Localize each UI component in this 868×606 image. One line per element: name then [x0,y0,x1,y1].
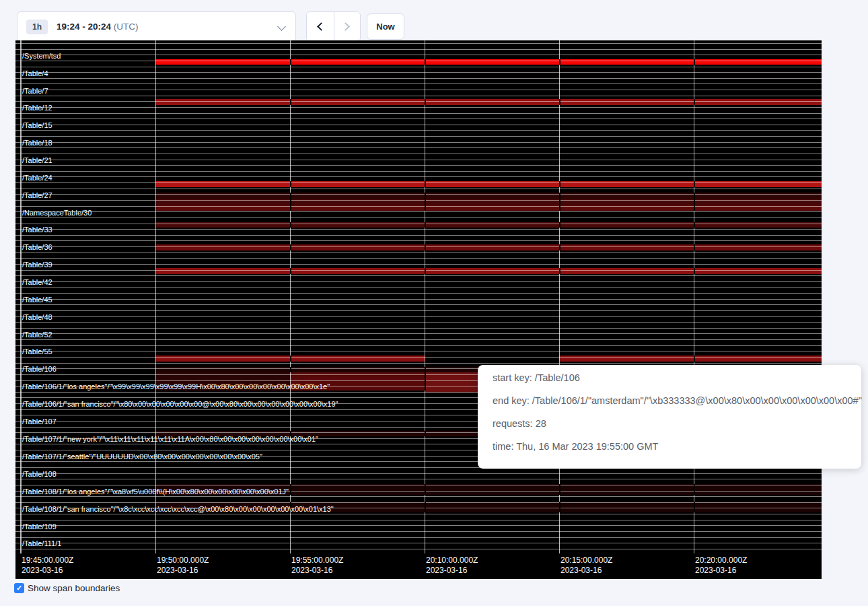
bucket-boundary-notch [694,268,695,274]
next-range-button[interactable] [334,12,361,41]
span-boundary-line [15,107,822,108]
bucket-boundary-notch [425,199,426,205]
time-nav-group [306,11,361,42]
span-boundary-line [15,171,822,172]
row-label: /Table/33 [22,226,52,234]
span-boundary-line [15,310,822,311]
bucket-boundary-notch [559,484,560,495]
bucket-boundary-notch [290,367,291,372]
x-tick-label: 20:15:00.000Z2023-03-16 [560,556,612,576]
span-boundary-line [15,67,822,67]
bucket-boundary-notch [425,431,426,436]
span-boundary-line [15,235,822,236]
time-gridline [559,40,560,553]
span-boundary-line [15,43,822,44]
bucket-boundary-notch [290,222,291,228]
bucket-boundary-notch [290,484,291,495]
bucket-boundary-notch [425,222,426,228]
span-boundary-line [15,142,822,143]
bucket-boundary-notch [425,268,426,274]
bucket-boundary-notch [290,268,291,274]
row-label: /Table/107/1/"new york"/"\x11\x11\x11\x1… [22,435,318,444]
now-button[interactable]: Now [367,13,404,40]
span-boundary-line [15,217,822,218]
span-boundary-line [15,189,822,189]
span-boundary-line [15,154,822,154]
heatmap-band [155,268,822,274]
span-boundary-line [15,194,822,195]
row-label: /Table/42 [22,278,52,287]
bucket-boundary-notch [694,199,695,205]
span-boundary-line [15,322,822,323]
chevron-down-icon [277,22,286,31]
row-label: /Table/18 [22,139,52,147]
span-boundary-line [15,176,822,177]
span-boundary-line [15,537,822,538]
span-boundary-line [15,299,822,300]
span-boundary-line [15,275,822,276]
row-label: /Table/106 [22,365,57,374]
show-span-boundaries-control[interactable]: ✓ Show span boundaries [14,583,120,593]
bucket-boundary-notch [425,372,426,391]
duration-badge: 1h [26,20,48,34]
span-boundary-line [15,531,822,532]
bucket-boundary-notch [559,205,560,211]
span-boundary-line [15,130,822,131]
row-label: /Table/7 [22,87,48,96]
span-boundary-line [15,200,822,201]
bucket-boundary-notch [559,502,560,512]
bucket-boundary-notch [694,484,695,495]
x-tick-label: 20:20:00.000Z2023-03-16 [695,556,747,576]
show-span-boundaries-checkbox[interactable]: ✓ [14,583,24,593]
span-boundary-line [15,496,822,497]
row-label: /Table/21 [22,156,52,165]
span-boundary-line [15,258,822,259]
row-label: /Table/108 [22,470,57,479]
row-label: /Table/45 [22,296,52,304]
time-range-selector[interactable]: 1h 19:24 - 20:24 (UTC) [17,11,296,42]
span-boundary-line [15,270,822,271]
time-gridline [155,40,156,553]
span-boundary-line [15,147,822,148]
prev-range-button[interactable] [307,12,334,41]
span-boundary-line [15,339,822,340]
span-boundary-line [15,211,822,212]
bucket-boundary-notch [425,484,426,495]
span-boundary-line [15,543,822,543]
row-label: /Table/12 [22,104,52,112]
heatmap-band [155,244,822,250]
key-visualizer-heatmap[interactable]: /System/tsd/Table/4/Table/7/Table/12/Tab… [15,40,822,579]
row-label: /Table/36 [22,243,52,252]
bucket-boundary-notch [290,356,291,362]
bucket-boundary-notch [559,222,560,228]
x-tick-label: 19:45:00.000Z2023-03-16 [22,556,73,576]
bucket-boundary-notch [290,181,291,187]
span-boundary-line [15,345,822,346]
bucket-boundary-notch [694,181,695,187]
row-label: /NamespaceTable/30 [22,209,92,217]
row-label: /Table/111/1 [22,539,61,548]
row-label: /Table/55 [22,347,52,356]
time-range-utc: (UTC) [114,22,139,32]
bucket-boundary-notch [425,502,426,512]
row-label: /Table/15 [22,121,52,130]
tooltip-line: end key: /Table/106/1/"amsterdam"/"\xb33… [493,389,861,412]
bucket-boundary-notch [290,99,291,105]
x-tick-label: 20:10:00.000Z2023-03-16 [426,556,478,576]
row-label: /Table/27 [22,191,52,200]
bucket-boundary-notch [425,367,426,372]
span-boundary-line [15,287,822,288]
span-boundary-line [15,224,822,224]
span-boundary-line [15,125,822,125]
row-label: /System/tsd [22,52,61,61]
span-boundary-line [15,160,822,160]
span-boundary-line [15,514,822,514]
bucket-boundary-notch [694,59,695,65]
bucket-boundary-notch [559,59,560,65]
bucket-boundary-notch [694,193,695,199]
span-boundary-line [15,328,822,329]
row-label: /Table/107/1/"seattle"/"UUUUUUD\x00\x80\… [22,452,262,461]
heatmap-band [155,99,822,105]
tooltip-line: requests: 28 [493,412,861,435]
span-boundary-line [15,479,822,479]
